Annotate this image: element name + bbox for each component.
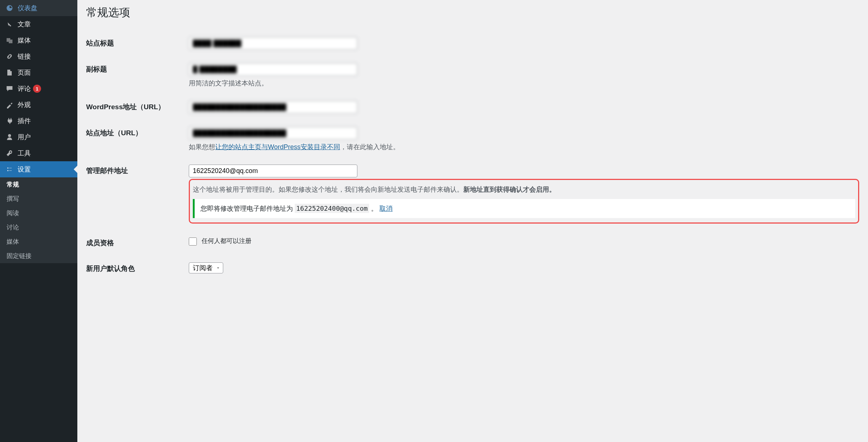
submenu-media[interactable]: 媒体 <box>0 235 77 249</box>
admin-email-highlight: 这个地址将被用于管理目的。如果您修改这个地址，我们将会向新地址发送电子邮件来确认… <box>189 179 859 224</box>
admin-sidebar: 仪表盘 文章 媒体 链接 页面 评论 1 外观 插件 <box>0 0 77 442</box>
tagline-description: 用简洁的文字描述本站点。 <box>189 79 859 88</box>
default-role-select[interactable]: 订阅者 <box>189 262 223 273</box>
site-url-description: 如果您想让您的站点主页与WordPress安装目录不同，请在此输入地址。 <box>189 143 859 151</box>
site-title-label: 站点标题 <box>86 30 189 56</box>
admin-email-label: 管理邮件地址 <box>86 158 189 230</box>
wp-url-input[interactable] <box>189 101 357 114</box>
tool-icon <box>5 149 14 158</box>
comments-badge: 1 <box>33 85 41 93</box>
sidebar-item-label: 设置 <box>18 165 31 174</box>
user-icon <box>5 133 14 141</box>
default-role-label: 新用户默认角色 <box>86 256 189 281</box>
sidebar-item-dashboard[interactable]: 仪表盘 <box>0 0 77 16</box>
sidebar-item-posts[interactable]: 文章 <box>0 16 77 32</box>
sidebar-item-label: 仪表盘 <box>18 4 37 12</box>
sidebar-item-label: 页面 <box>18 68 31 77</box>
sidebar-item-label: 文章 <box>18 20 31 29</box>
wp-url-label: WordPress地址（URL） <box>86 94 189 120</box>
admin-email-input[interactable] <box>189 165 357 177</box>
site-url-label: 站点地址（URL） <box>86 120 189 158</box>
pending-email-code: 16225202400@qq.com <box>295 204 369 213</box>
sidebar-item-links[interactable]: 链接 <box>0 48 77 65</box>
tagline-label: 副标题 <box>86 56 189 94</box>
site-url-input[interactable] <box>189 127 357 140</box>
settings-icon <box>5 165 14 174</box>
sidebar-item-comments[interactable]: 评论 1 <box>0 81 77 97</box>
sidebar-item-label: 评论 <box>18 84 31 93</box>
sidebar-item-media[interactable]: 媒体 <box>0 32 77 48</box>
page-icon <box>5 68 14 77</box>
sidebar-item-plugins[interactable]: 插件 <box>0 113 77 129</box>
dashboard-icon <box>5 4 14 12</box>
main-content: 常规选项 站点标题 副标题 用简洁的文字描述本站点。 WordPress地址（U… <box>77 0 868 442</box>
sidebar-item-label: 插件 <box>18 117 31 125</box>
membership-checkbox-label[interactable]: 任何人都可以注册 <box>189 237 251 244</box>
plugin-icon <box>5 117 14 125</box>
sidebar-item-tools[interactable]: 工具 <box>0 145 77 161</box>
sidebar-item-pages[interactable]: 页面 <box>0 65 77 81</box>
sidebar-item-label: 用户 <box>18 133 31 141</box>
page-title: 常规选项 <box>86 5 859 20</box>
sidebar-item-label: 工具 <box>18 149 31 158</box>
sidebar-item-label: 媒体 <box>18 36 31 45</box>
membership-label: 成员资格 <box>86 230 189 256</box>
submenu-writing[interactable]: 撰写 <box>0 192 77 206</box>
comment-icon <box>5 84 14 93</box>
site-title-input[interactable] <box>189 37 357 50</box>
admin-email-description: 这个地址将被用于管理目的。如果您修改这个地址，我们将会向新地址发送电子邮件来确认… <box>193 185 855 194</box>
submenu-permalinks[interactable]: 固定链接 <box>0 249 77 263</box>
submenu-general[interactable]: 常规 <box>0 177 77 192</box>
submenu-discussion[interactable]: 讨论 <box>0 220 77 235</box>
link-icon <box>5 52 14 61</box>
submenu-reading[interactable]: 阅读 <box>0 206 77 220</box>
sidebar-item-label: 链接 <box>18 52 31 61</box>
sidebar-item-settings[interactable]: 设置 <box>0 161 77 177</box>
sidebar-item-users[interactable]: 用户 <box>0 129 77 145</box>
sidebar-item-label: 外观 <box>18 100 31 109</box>
appearance-icon <box>5 100 14 109</box>
media-icon <box>5 36 14 45</box>
pin-icon <box>5 20 14 29</box>
cancel-email-change-link[interactable]: 取消 <box>379 205 393 212</box>
settings-submenu: 常规 撰写 阅读 讨论 媒体 固定链接 <box>0 177 77 263</box>
tagline-input[interactable] <box>189 63 357 76</box>
admin-email-pending-notice: 您即将修改管理电子邮件地址为 16225202400@qq.com 。 取消 <box>193 199 855 218</box>
site-url-help-link[interactable]: 让您的站点主页与WordPress安装目录不同 <box>215 143 340 151</box>
membership-checkbox[interactable] <box>189 237 197 246</box>
sidebar-item-appearance[interactable]: 外观 <box>0 97 77 113</box>
